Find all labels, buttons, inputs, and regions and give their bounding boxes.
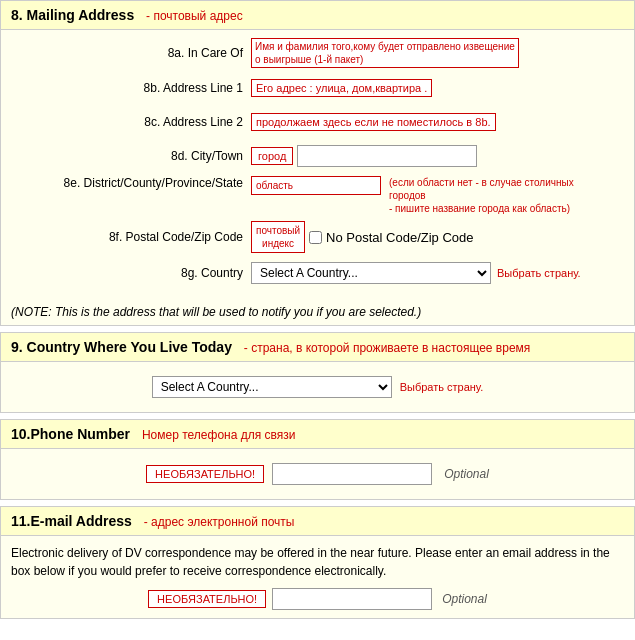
section-8-note: (NOTE: This is the address that will be …	[1, 301, 634, 325]
field-row-postal: 8f. Postal Code/Zip Code почтовый индекс…	[11, 221, 624, 253]
input-wrapper-city: город	[251, 145, 624, 167]
input-wrapper-postal: почтовый индекс No Postal Code/Zip Code	[251, 221, 474, 253]
section-8-ru-label: - почтовый адрес	[146, 9, 243, 23]
section-10-body: НЕОБЯЗАТЕЛЬНО! Optional	[1, 449, 634, 499]
hint-district-oblast: область	[251, 176, 381, 195]
section-10-input-row: НЕОБЯЗАТЕЛЬНО! Optional	[11, 459, 624, 489]
section-11-body: Electronic delivery of DV correspondence…	[1, 536, 634, 618]
field-row-city: 8d. City/Town город	[11, 142, 624, 170]
section-8-title: 8. Mailing Address	[11, 7, 134, 23]
field-row-in-care-of: 8a. In Care Of Имя и фамилия того,кому б…	[11, 38, 624, 68]
hint-in-care-of: Имя и фамилия того,кому будет отправлено…	[251, 38, 519, 68]
section-9-ru-label: - страна, в которой проживаете в настоящ…	[244, 341, 531, 355]
label-district: 8e. District/County/Province/State	[11, 176, 251, 190]
field-row-address2: 8c. Address Line 2 продолжаем здесь если…	[11, 108, 624, 136]
field-row-district: 8e. District/County/Province/State облас…	[11, 176, 624, 215]
hint-phone-optional: НЕОБЯЗАТЕЛЬНО!	[146, 465, 264, 483]
hint-address1: Его адрес : улица, дом,квартира .	[251, 79, 432, 97]
input-wrapper-address2: продолжаем здесь если не поместилось в 8…	[251, 113, 624, 131]
hint-email-optional: НЕОБЯЗАТЕЛЬНО!	[148, 590, 266, 608]
label-address1: 8b. Address Line 1	[11, 81, 251, 95]
section-10: 10.Phone Number Номер телефона для связи…	[0, 419, 635, 500]
section-10-header: 10.Phone Number Номер телефона для связи	[1, 420, 634, 449]
label-in-care-of: 8a. In Care Of	[11, 46, 251, 60]
district-hints: область (если области нет - в случае сто…	[251, 176, 589, 215]
section-8-body: 8a. In Care Of Имя и фамилия того,кому б…	[1, 30, 634, 301]
section-8: 8. Mailing Address - почтовый адрес 8a. …	[0, 0, 635, 326]
hint-postal: почтовый индекс	[251, 221, 305, 253]
section-9-select-row: Select A Country... Выбрать страну.	[11, 372, 624, 402]
field-row-country: 8g. Country Select A Country... Выбрать …	[11, 259, 624, 287]
section-9: 9. Country Where You Live Today - страна…	[0, 332, 635, 413]
phone-optional-label: Optional	[444, 467, 489, 481]
section-11-input-row: НЕОБЯЗАТЕЛЬНО! Optional	[11, 588, 624, 610]
label-city: 8d. City/Town	[11, 149, 251, 163]
hint-city: город	[251, 147, 293, 165]
section-11-header: 11.E-mail Address - адрес электронной по…	[1, 507, 634, 536]
input-phone[interactable]	[272, 463, 432, 485]
input-wrapper-address1: Его адрес : улица, дом,квартира .	[251, 79, 624, 97]
input-wrapper-in-care-of: Имя и фамилия того,кому будет отправлено…	[251, 38, 624, 68]
hint-address2: продолжаем здесь если не поместилось в 8…	[251, 113, 496, 131]
section-9-header: 9. Country Where You Live Today - страна…	[1, 333, 634, 362]
hint-district-extra: (если области нет - в случае столичных г…	[389, 176, 589, 215]
label-country: 8g. Country	[11, 266, 251, 280]
label-postal: 8f. Postal Code/Zip Code	[11, 230, 251, 244]
section-9-title: 9. Country Where You Live Today	[11, 339, 232, 355]
field-row-address1: 8b. Address Line 1 Его адрес : улица, до…	[11, 74, 624, 102]
input-wrapper-country: Select A Country... Выбрать страну.	[251, 262, 581, 284]
section-10-title: 10.Phone Number	[11, 426, 130, 442]
checkbox-no-postal[interactable]	[309, 231, 322, 244]
hint-country-ru: Выбрать страну.	[497, 267, 581, 279]
no-postal-label: No Postal Code/Zip Code	[326, 230, 473, 245]
email-optional-label: Optional	[442, 592, 487, 606]
input-city[interactable]	[297, 145, 477, 167]
section-9-body: Select A Country... Выбрать страну.	[1, 362, 634, 412]
section-11-title: 11.E-mail Address	[11, 513, 132, 529]
section-10-ru-label: Номер телефона для связи	[142, 428, 296, 442]
email-note-text: Electronic delivery of DV correspondence…	[11, 544, 624, 580]
hint-country-9-ru: Выбрать страну.	[400, 381, 484, 393]
select-country-8g[interactable]: Select A Country...	[251, 262, 491, 284]
input-email[interactable]	[272, 588, 432, 610]
select-country-9[interactable]: Select A Country...	[152, 376, 392, 398]
section-11: 11.E-mail Address - адрес электронной по…	[0, 506, 635, 619]
section-8-header: 8. Mailing Address - почтовый адрес	[1, 1, 634, 30]
label-address2: 8c. Address Line 2	[11, 115, 251, 129]
section-11-ru-label: - адрес электронной почты	[144, 515, 295, 529]
